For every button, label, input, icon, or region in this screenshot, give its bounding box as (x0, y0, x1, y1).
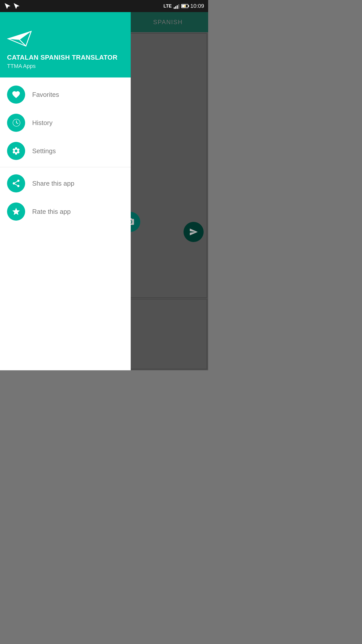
share-icon-circle (7, 174, 25, 192)
nav-section: Favorites History Settings (0, 77, 131, 370)
drawer-header: CATALAN SPANISH TRANSLATOR TTMA Apps (0, 12, 131, 77)
favorites-icon-circle (7, 86, 25, 104)
navigation-drawer: CATALAN SPANISH TRANSLATOR TTMA Apps Fav… (0, 12, 131, 370)
star-icon (12, 207, 21, 216)
lte-label: LTE (163, 4, 172, 9)
favorites-label: Favorites (32, 91, 59, 99)
drawer-overlay[interactable] (128, 12, 208, 370)
share-label: Share this app (32, 180, 74, 187)
app-subtitle: TTMA Apps (7, 63, 124, 69)
share-icon (12, 179, 21, 188)
nav-item-history[interactable]: History (0, 109, 131, 137)
history-label: History (32, 119, 53, 127)
svg-marker-1 (8, 31, 31, 40)
nav-item-settings[interactable]: Settings (0, 137, 131, 165)
rate-label: Rate this app (32, 208, 71, 216)
gear-icon (12, 146, 21, 155)
signal-icon (174, 3, 179, 9)
nav-item-share[interactable]: Share this app (0, 169, 131, 197)
status-time: 10:09 (190, 3, 204, 9)
status-bar: LTE ⚡ 10:09 (0, 0, 208, 12)
settings-icon-circle (7, 142, 25, 160)
clock-icon (12, 118, 21, 127)
app-title: CATALAN SPANISH TRANSLATOR (7, 54, 124, 61)
settings-label: Settings (32, 147, 56, 155)
heart-icon (12, 90, 21, 99)
main-container: SPANISH (0, 12, 208, 370)
app-logo (7, 30, 124, 49)
status-bar-right: LTE ⚡ 10:09 (163, 3, 204, 9)
battery-icon: ⚡ (181, 4, 188, 8)
notification-icon-2 (13, 3, 20, 10)
status-bar-left (4, 3, 20, 10)
rate-icon-circle (7, 203, 25, 221)
nav-item-rate[interactable]: Rate this app (0, 197, 131, 226)
history-icon-circle (7, 114, 25, 132)
notification-icon-1 (4, 3, 11, 10)
nav-item-favorites[interactable]: Favorites (0, 80, 131, 109)
nav-divider (0, 167, 131, 167)
